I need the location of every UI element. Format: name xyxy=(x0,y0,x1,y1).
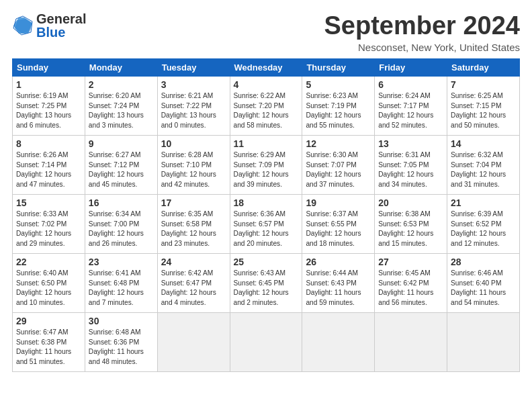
day-number: 25 xyxy=(234,257,299,267)
calendar-week-4: 22Sunrise: 6:40 AM Sunset: 6:50 PM Dayli… xyxy=(13,253,520,312)
calendar-cell: 11Sunrise: 6:29 AM Sunset: 7:09 PM Dayli… xyxy=(230,135,302,194)
day-info: Sunrise: 6:44 AM Sunset: 6:43 PM Dayligh… xyxy=(306,269,371,308)
page-container: General Blue September 2024 Nesconset, N… xyxy=(0,0,532,379)
calendar-cell xyxy=(375,312,447,371)
col-monday: Monday xyxy=(85,58,157,76)
day-number: 14 xyxy=(451,138,516,149)
day-info: Sunrise: 6:41 AM Sunset: 6:48 PM Dayligh… xyxy=(89,269,154,308)
day-info: Sunrise: 6:33 AM Sunset: 7:02 PM Dayligh… xyxy=(16,210,81,249)
calendar-week-3: 15Sunrise: 6:33 AM Sunset: 7:02 PM Dayli… xyxy=(13,194,520,253)
day-number: 17 xyxy=(161,197,226,208)
day-info: Sunrise: 6:24 AM Sunset: 7:17 PM Dayligh… xyxy=(378,91,443,131)
calendar-cell: 24Sunrise: 6:42 AM Sunset: 6:47 PM Dayli… xyxy=(157,253,230,312)
col-thursday: Thursday xyxy=(302,58,375,76)
day-number: 28 xyxy=(451,257,516,267)
day-number: 29 xyxy=(16,316,81,326)
day-number: 24 xyxy=(161,257,226,267)
calendar-cell: 28Sunrise: 6:46 AM Sunset: 6:40 PM Dayli… xyxy=(447,253,520,312)
day-info: Sunrise: 6:45 AM Sunset: 6:42 PM Dayligh… xyxy=(378,269,443,308)
logo-general: General xyxy=(36,12,86,26)
day-info: Sunrise: 6:40 AM Sunset: 6:50 PM Dayligh… xyxy=(16,269,81,308)
day-info: Sunrise: 6:22 AM Sunset: 7:20 PM Dayligh… xyxy=(234,91,299,131)
calendar-week-2: 8Sunrise: 6:26 AM Sunset: 7:14 PM Daylig… xyxy=(13,135,520,194)
day-number: 22 xyxy=(16,257,81,267)
calendar-cell: 7Sunrise: 6:25 AM Sunset: 7:15 PM Daylig… xyxy=(447,76,520,135)
calendar-cell xyxy=(157,312,230,371)
calendar-cell: 14Sunrise: 6:32 AM Sunset: 7:04 PM Dayli… xyxy=(447,135,520,194)
calendar-cell: 18Sunrise: 6:36 AM Sunset: 6:57 PM Dayli… xyxy=(230,194,302,253)
calendar-cell: 12Sunrise: 6:30 AM Sunset: 7:07 PM Dayli… xyxy=(302,135,375,194)
day-info: Sunrise: 6:46 AM Sunset: 6:40 PM Dayligh… xyxy=(451,269,516,308)
calendar-week-5: 29Sunrise: 6:47 AM Sunset: 6:38 PM Dayli… xyxy=(13,312,520,371)
day-info: Sunrise: 6:28 AM Sunset: 7:10 PM Dayligh… xyxy=(161,150,226,190)
logo-blue: Blue xyxy=(36,26,65,39)
col-wednesday: Wednesday xyxy=(230,58,302,76)
day-number: 26 xyxy=(306,257,371,267)
calendar-cell: 19Sunrise: 6:37 AM Sunset: 6:55 PM Dayli… xyxy=(302,194,375,253)
day-info: Sunrise: 6:42 AM Sunset: 6:47 PM Dayligh… xyxy=(161,269,226,308)
calendar-cell: 17Sunrise: 6:35 AM Sunset: 6:58 PM Dayli… xyxy=(157,194,230,253)
calendar-cell: 4Sunrise: 6:22 AM Sunset: 7:20 PM Daylig… xyxy=(230,76,302,135)
day-number: 23 xyxy=(89,257,154,267)
calendar-cell: 20Sunrise: 6:38 AM Sunset: 6:53 PM Dayli… xyxy=(375,194,447,253)
day-number: 27 xyxy=(378,257,443,267)
calendar-cell: 3Sunrise: 6:21 AM Sunset: 7:22 PM Daylig… xyxy=(157,76,230,135)
day-number: 6 xyxy=(378,79,443,90)
day-number: 8 xyxy=(16,138,81,149)
calendar-cell xyxy=(447,312,520,371)
calendar-table: Sunday Monday Tuesday Wednesday Thursday… xyxy=(12,58,520,372)
col-tuesday: Tuesday xyxy=(157,58,230,76)
calendar-cell: 22Sunrise: 6:40 AM Sunset: 6:50 PM Dayli… xyxy=(13,253,85,312)
col-saturday: Saturday xyxy=(447,58,520,76)
day-number: 12 xyxy=(306,138,371,149)
day-number: 20 xyxy=(378,197,443,208)
day-number: 30 xyxy=(89,316,154,326)
day-info: Sunrise: 6:20 AM Sunset: 7:24 PM Dayligh… xyxy=(89,91,154,131)
calendar-cell: 25Sunrise: 6:43 AM Sunset: 6:45 PM Dayli… xyxy=(230,253,302,312)
calendar-cell: 27Sunrise: 6:45 AM Sunset: 6:42 PM Dayli… xyxy=(375,253,447,312)
day-info: Sunrise: 6:32 AM Sunset: 7:04 PM Dayligh… xyxy=(451,150,516,190)
day-info: Sunrise: 6:36 AM Sunset: 6:57 PM Dayligh… xyxy=(234,210,299,249)
calendar-cell: 21Sunrise: 6:39 AM Sunset: 6:52 PM Dayli… xyxy=(447,194,520,253)
calendar-cell: 8Sunrise: 6:26 AM Sunset: 7:14 PM Daylig… xyxy=(13,135,85,194)
day-info: Sunrise: 6:47 AM Sunset: 6:38 PM Dayligh… xyxy=(16,328,81,367)
calendar-week-1: 1Sunrise: 6:19 AM Sunset: 7:25 PM Daylig… xyxy=(13,76,520,135)
calendar-cell: 9Sunrise: 6:27 AM Sunset: 7:12 PM Daylig… xyxy=(85,135,157,194)
logo: General Blue xyxy=(12,12,86,39)
calendar-cell: 13Sunrise: 6:31 AM Sunset: 7:05 PM Dayli… xyxy=(375,135,447,194)
day-number: 1 xyxy=(16,79,81,90)
day-number: 9 xyxy=(89,138,154,149)
day-number: 2 xyxy=(89,79,154,90)
day-info: Sunrise: 6:25 AM Sunset: 7:15 PM Dayligh… xyxy=(451,91,516,131)
day-number: 7 xyxy=(451,79,516,90)
day-number: 5 xyxy=(306,79,371,90)
day-number: 11 xyxy=(234,138,299,149)
day-number: 15 xyxy=(16,197,81,208)
day-number: 13 xyxy=(378,138,443,149)
header-row: Sunday Monday Tuesday Wednesday Thursday… xyxy=(13,58,520,76)
calendar-cell: 6Sunrise: 6:24 AM Sunset: 7:17 PM Daylig… xyxy=(375,76,447,135)
calendar-cell: 15Sunrise: 6:33 AM Sunset: 7:02 PM Dayli… xyxy=(13,194,85,253)
day-number: 10 xyxy=(161,138,226,149)
calendar-cell: 1Sunrise: 6:19 AM Sunset: 7:25 PM Daylig… xyxy=(13,76,85,135)
title-area: September 2024 Nesconset, New York, Unit… xyxy=(324,12,521,53)
calendar-cell: 16Sunrise: 6:34 AM Sunset: 7:00 PM Dayli… xyxy=(85,194,157,253)
day-info: Sunrise: 6:23 AM Sunset: 7:19 PM Dayligh… xyxy=(306,91,371,131)
logo-text-area: General Blue xyxy=(36,12,86,39)
day-info: Sunrise: 6:38 AM Sunset: 6:53 PM Dayligh… xyxy=(378,210,443,249)
calendar-cell: 2Sunrise: 6:20 AM Sunset: 7:24 PM Daylig… xyxy=(85,76,157,135)
calendar-cell: 10Sunrise: 6:28 AM Sunset: 7:10 PM Dayli… xyxy=(157,135,230,194)
day-info: Sunrise: 6:21 AM Sunset: 7:22 PM Dayligh… xyxy=(161,91,226,131)
day-info: Sunrise: 6:43 AM Sunset: 6:45 PM Dayligh… xyxy=(234,269,299,308)
day-info: Sunrise: 6:29 AM Sunset: 7:09 PM Dayligh… xyxy=(234,150,299,190)
day-info: Sunrise: 6:27 AM Sunset: 7:12 PM Dayligh… xyxy=(89,150,154,190)
calendar-cell: 30Sunrise: 6:48 AM Sunset: 6:36 PM Dayli… xyxy=(85,312,157,371)
day-number: 21 xyxy=(451,197,516,208)
day-info: Sunrise: 6:39 AM Sunset: 6:52 PM Dayligh… xyxy=(451,210,516,249)
logo-icon xyxy=(12,15,34,36)
day-info: Sunrise: 6:34 AM Sunset: 7:00 PM Dayligh… xyxy=(89,210,154,249)
day-info: Sunrise: 6:31 AM Sunset: 7:05 PM Dayligh… xyxy=(378,150,443,190)
calendar-cell: 29Sunrise: 6:47 AM Sunset: 6:38 PM Dayli… xyxy=(13,312,85,371)
col-sunday: Sunday xyxy=(13,58,85,76)
location-subtitle: Nesconset, New York, United States xyxy=(324,42,521,53)
